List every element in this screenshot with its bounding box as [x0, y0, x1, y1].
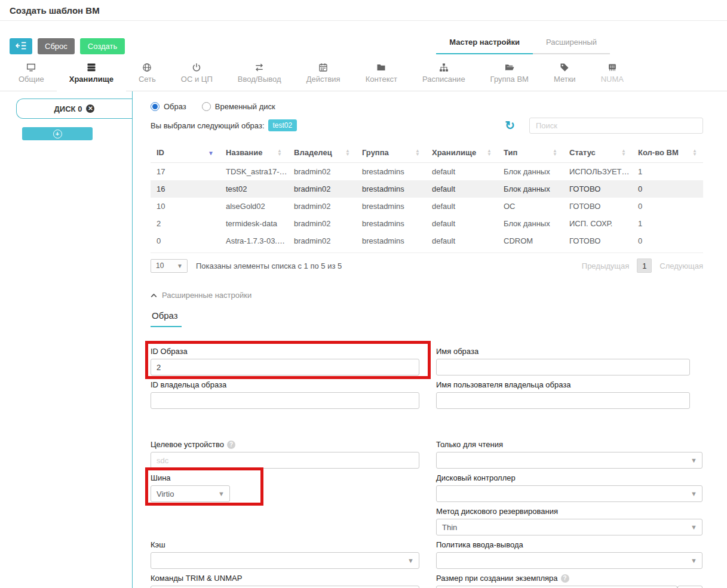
table-row[interactable]: 10alseGold02bradmin02brestadminsdefaultО… [151, 198, 703, 215]
column-header-type[interactable]: Тип▲▼ [498, 143, 563, 163]
toolbar: Сброс Создать Мастер настройки Расширенн… [10, 34, 727, 54]
power-icon [192, 63, 201, 72]
tab-network[interactable]: Сеть [126, 63, 168, 91]
column-header-vm-count[interactable]: Кол-во ВМ▲▼ [632, 143, 703, 163]
image-advanced-form: ID Образа Имя образа ID владельца образа… [151, 347, 703, 588]
tab-io[interactable]: Ввод/Вывод [225, 63, 294, 91]
help-icon[interactable]: ? [561, 574, 569, 583]
io-arrows-icon [254, 63, 264, 72]
tab-storage[interactable]: Хранилище [57, 63, 126, 91]
image-name-input[interactable] [436, 359, 690, 375]
selected-image-badge: test02 [268, 119, 297, 131]
field-io-policy: Политика ввода-вывода ▼ [436, 540, 703, 569]
field-trim-unmap: Команды TRIM & UNMAP ▼ [151, 574, 419, 588]
prev-page-button[interactable]: Предыдущая [582, 261, 630, 270]
reset-button[interactable]: Сброс [38, 38, 75, 54]
field-disk-controller: Дисковый контроллер ▼ [436, 473, 703, 502]
selection-row: Вы выбрали следующий образ: test02 ↻ [151, 117, 703, 134]
folder-icon [376, 63, 386, 72]
reservation-method-select[interactable]: Thin▼ [436, 519, 703, 535]
field-owner-id: ID владельца образа [151, 380, 419, 409]
field-reservation-method: Метод дискового резервирования Thin▼ [436, 507, 703, 535]
tab-general[interactable]: Общие [6, 63, 57, 91]
table-row[interactable]: 0Astra-1.7.3-03.11...bradmin02brestadmin… [151, 232, 703, 250]
size-unit-select[interactable]: ГБ▼ [677, 586, 703, 588]
owner-username-input[interactable] [436, 392, 690, 409]
radio-unselected-icon[interactable] [202, 102, 211, 111]
column-header-name[interactable]: Название▲▼ [220, 143, 288, 163]
field-target-device: Целевое устройство? [151, 440, 419, 469]
column-header-owner[interactable]: Владелец▲▼ [288, 143, 356, 163]
owner-id-input[interactable] [151, 392, 419, 409]
page-title: Создать шаблон ВМ [0, 0, 727, 21]
table-row-selected[interactable]: 16test02bradmin02brestadminsdefaultБлок … [151, 180, 703, 198]
page-size-select[interactable]: 10 ▼ [151, 259, 188, 273]
table-row[interactable]: 2termidesk-databradmin02brestadminsdefau… [151, 215, 703, 232]
disks-sidebar: ДИСК 0 ✕ + [0, 91, 133, 588]
sort-icon: ▲▼ [487, 149, 492, 156]
add-disk-button[interactable]: + [22, 127, 93, 140]
field-owner-username: Имя пользователя владельца образа [436, 380, 690, 409]
search-input[interactable] [529, 118, 703, 134]
tab-numa[interactable]: NUMA [588, 63, 636, 91]
disk-controller-select[interactable]: ▼ [436, 485, 703, 502]
chevron-up-icon [151, 291, 157, 300]
chevron-down-icon: ▼ [691, 457, 697, 464]
sort-icon: ▲▼ [692, 149, 697, 156]
radio-selected-icon[interactable] [151, 102, 159, 111]
tab-vm-group[interactable]: Группа ВМ [478, 63, 541, 91]
globe-icon [142, 63, 152, 72]
instance-size-input[interactable] [436, 586, 677, 588]
table-row[interactable]: 17TDSK_astra17-1_...bradmin02brestadmins… [151, 163, 703, 181]
field-instance-size: Размер при создании экземпляра? ГБ▼ [436, 574, 703, 588]
tab-labels[interactable]: Метки [541, 63, 588, 91]
storage-icon [87, 63, 96, 72]
chevron-down-icon: ▼ [177, 263, 183, 269]
create-button[interactable]: Создать [80, 38, 125, 54]
field-image-name: Имя образа [436, 347, 690, 375]
column-header-id[interactable]: ID▼ [151, 143, 220, 163]
tab-schedule[interactable]: Расписание [410, 63, 478, 91]
sort-icon: ▲▼ [553, 149, 557, 156]
tab-os-cpu[interactable]: ОС и ЦП [168, 63, 225, 91]
tab-image-advanced[interactable]: Образ [151, 310, 182, 327]
column-header-group[interactable]: Группа▲▼ [356, 143, 426, 163]
bus-select[interactable]: Virtio▼ [151, 485, 230, 502]
target-device-input[interactable] [151, 452, 419, 469]
tab-wizard[interactable]: Мастер настройки [436, 34, 533, 54]
column-header-datastore[interactable]: Хранилище▲▼ [426, 143, 498, 163]
refresh-icon[interactable]: ↻ [505, 119, 515, 131]
pagination: Предыдущая 1 Следующая [582, 258, 703, 273]
advanced-settings-toggle[interactable]: Расширенные настройки [151, 291, 703, 300]
chevron-down-icon: ▼ [218, 490, 225, 497]
radio-image[interactable]: Образ [151, 102, 186, 111]
main-area: ДИСК 0 ✕ + Образ Временный диск Вы выбра… [0, 91, 727, 588]
sitemap-icon [439, 63, 449, 72]
chevron-down-icon: ▼ [691, 490, 697, 497]
section-tabs: Общие Хранилище Сеть ОС и ЦП Ввод/Вывод … [0, 63, 727, 91]
table-summary: Показаны элементы списка с 1 по 5 из 5 [196, 261, 342, 270]
tab-advanced-mode[interactable]: Расширенный [533, 34, 610, 54]
next-page-button[interactable]: Следующая [659, 261, 703, 270]
sort-icon: ▲▼ [621, 149, 626, 156]
sidebar-item-disk0[interactable]: ДИСК 0 ✕ [16, 98, 132, 119]
radio-volatile-disk[interactable]: Временный диск [202, 102, 275, 111]
current-page-button[interactable]: 1 [637, 258, 652, 273]
mode-tabs: Мастер настройки Расширенный [436, 34, 610, 54]
column-header-status[interactable]: Статус▲▼ [563, 143, 632, 163]
field-readonly: Только для чтения ▼ [436, 440, 703, 469]
tab-context[interactable]: Контекст [353, 63, 410, 91]
trim-unmap-select[interactable]: ▼ [151, 586, 419, 588]
help-icon[interactable]: ? [227, 441, 235, 449]
readonly-select[interactable]: ▼ [436, 452, 703, 469]
image-id-input[interactable] [151, 359, 419, 375]
chevron-down-icon: ▼ [691, 557, 697, 564]
image-source-options: Образ Временный диск [151, 102, 703, 111]
table-footer: 10 ▼ Показаны элементы списка с 1 по 5 и… [151, 253, 703, 273]
folder-open-icon [505, 63, 514, 72]
back-to-list-button[interactable] [10, 38, 32, 54]
tab-actions[interactable]: Действия [294, 63, 353, 91]
io-policy-select[interactable]: ▼ [436, 552, 703, 569]
cache-select[interactable]: ▼ [151, 552, 419, 569]
close-icon[interactable]: ✕ [86, 104, 94, 113]
